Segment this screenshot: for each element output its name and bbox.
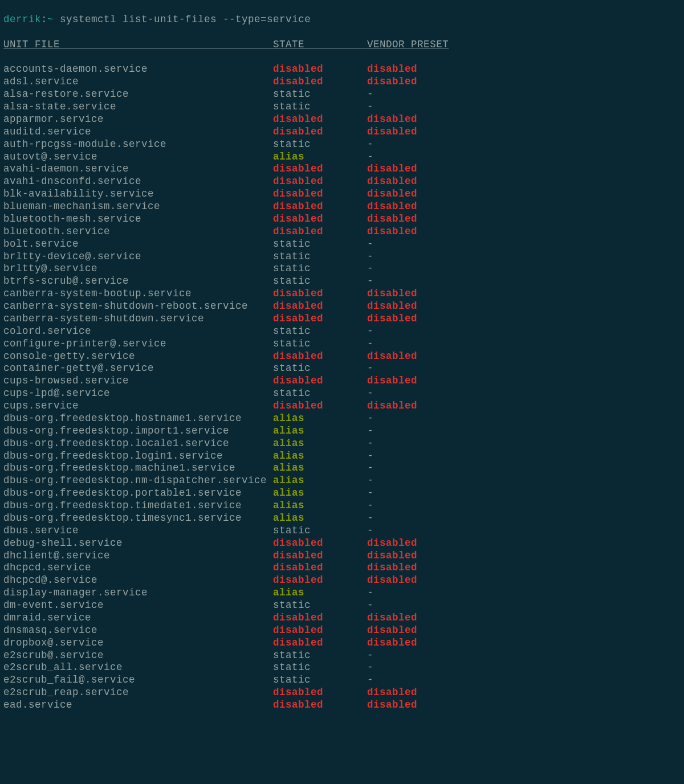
unit-preset: disabled <box>367 226 417 237</box>
unit-file-name: dmraid.service <box>3 612 273 623</box>
unit-preset: disabled <box>367 400 417 411</box>
unit-file-name: dbus-org.freedesktop.locale1.service <box>3 438 273 449</box>
service-row: container-getty@.service static - <box>3 362 681 375</box>
unit-preset: disabled <box>367 201 417 212</box>
unit-preset: - <box>367 475 373 486</box>
unit-file-name: dm-event.service <box>3 599 273 611</box>
service-row: auth-rpcgss-module.service static - <box>3 138 681 151</box>
unit-preset: - <box>367 587 373 598</box>
unit-preset: - <box>367 263 373 274</box>
unit-file-name: dbus-org.freedesktop.hostname1.service <box>3 413 273 424</box>
unit-file-name: dbus-org.freedesktop.timesync1.service <box>3 512 273 524</box>
service-list: accounts-daemon.service disabled disable… <box>3 63 681 712</box>
unit-preset: disabled <box>367 126 417 137</box>
service-row: e2scrub_fail@.service static - <box>3 674 681 687</box>
unit-state: disabled <box>273 201 323 212</box>
unit-preset: disabled <box>367 550 417 561</box>
unit-file-name: e2scrub_all.service <box>3 662 273 673</box>
unit-file-name: e2scrub_fail@.service <box>3 674 273 685</box>
unit-preset: disabled <box>367 637 417 648</box>
unit-preset: - <box>367 101 373 112</box>
unit-file-name: dbus-org.freedesktop.machine1.service <box>3 462 273 473</box>
unit-preset: disabled <box>367 63 417 75</box>
unit-state: disabled <box>273 213 323 224</box>
unit-state: disabled <box>273 699 323 710</box>
service-row: dhclient@.service disabled disabled <box>3 550 681 562</box>
unit-state: static <box>273 662 311 673</box>
unit-state: static <box>273 101 311 112</box>
unit-state: static <box>273 387 311 399</box>
service-row: dm-event.service static - <box>3 599 681 612</box>
unit-state: static <box>273 599 311 611</box>
service-row: accounts-daemon.service disabled disable… <box>3 63 681 76</box>
unit-preset: - <box>367 238 373 250</box>
unit-state: disabled <box>273 612 323 623</box>
service-row: alsa-restore.service static - <box>3 88 681 101</box>
unit-preset: disabled <box>367 537 417 549</box>
unit-preset: disabled <box>367 188 417 199</box>
service-row: canberra-system-bootup.service disabled … <box>3 288 681 300</box>
service-row: bluetooth-mesh.service disabled disabled <box>3 213 681 226</box>
service-row: brltty-device@.service static - <box>3 251 681 263</box>
unit-state: static <box>273 325 311 337</box>
service-row: e2scrub_all.service static - <box>3 662 681 674</box>
prompt-path: ~ <box>47 14 54 25</box>
unit-file-name: apparmor.service <box>3 113 273 125</box>
unit-state: disabled <box>273 624 323 636</box>
unit-state: alias <box>273 413 304 424</box>
service-row: blk-availability.service disabled disabl… <box>3 188 681 201</box>
header-row: UNIT FILE STATE VENDOR PRESET <box>3 39 681 51</box>
unit-file-name: avahi-dnsconfd.service <box>3 175 273 187</box>
unit-state: disabled <box>273 687 323 698</box>
unit-preset: - <box>367 487 373 499</box>
unit-preset: disabled <box>367 213 417 224</box>
unit-preset: - <box>367 151 373 162</box>
unit-preset: - <box>367 599 373 611</box>
unit-file-name: cups-browsed.service <box>3 375 273 386</box>
unit-preset: - <box>367 450 373 462</box>
unit-preset: disabled <box>367 113 417 125</box>
service-row: canberra-system-shutdown.service disable… <box>3 313 681 325</box>
unit-preset: - <box>367 338 373 349</box>
unit-preset: disabled <box>367 163 417 174</box>
unit-file-name: btrfs-scrub@.service <box>3 275 273 287</box>
unit-state: static <box>273 275 311 287</box>
service-row: canberra-system-shutdown-reboot.service … <box>3 300 681 313</box>
unit-state: static <box>273 238 311 250</box>
unit-preset: - <box>367 387 373 399</box>
service-row: dbus-org.freedesktop.timesync1.service a… <box>3 512 681 525</box>
unit-state: static <box>273 674 311 685</box>
unit-state: alias <box>273 425 304 436</box>
service-row: dhcpcd.service disabled disabled <box>3 562 681 574</box>
unit-file-name: dbus.service <box>3 525 273 536</box>
unit-state: disabled <box>273 188 323 199</box>
unit-preset: disabled <box>367 612 417 623</box>
unit-state: alias <box>273 151 304 162</box>
terminal-output[interactable]: derrik:~ systemctl list-unit-files --typ… <box>0 0 684 725</box>
unit-file-name: e2scrub@.service <box>3 650 273 661</box>
service-row: dbus-org.freedesktop.portable1.service a… <box>3 487 681 500</box>
unit-file-name: debug-shell.service <box>3 537 273 549</box>
service-row: dbus-org.freedesktop.login1.service alia… <box>3 450 681 463</box>
unit-state: alias <box>273 450 304 462</box>
unit-state: disabled <box>273 113 323 125</box>
unit-preset: disabled <box>367 375 417 386</box>
service-row: btrfs-scrub@.service static - <box>3 275 681 288</box>
unit-file-name: canberra-system-shutdown-reboot.service <box>3 300 273 312</box>
unit-state: alias <box>273 487 304 499</box>
unit-preset: disabled <box>367 562 417 573</box>
service-row: dbus-org.freedesktop.timedate1.service a… <box>3 500 681 512</box>
header-state: STATE <box>273 39 367 50</box>
prompt-user: derrik <box>3 14 41 25</box>
service-row: blueman-mechanism.service disabled disab… <box>3 201 681 213</box>
service-row: dbus-org.freedesktop.import1.service ali… <box>3 425 681 438</box>
unit-file-name: dhclient@.service <box>3 550 273 561</box>
unit-file-name: auditd.service <box>3 126 273 137</box>
unit-preset: disabled <box>367 687 417 698</box>
header-vendor-preset: VENDOR PRESET <box>367 39 449 50</box>
service-row: debug-shell.service disabled disabled <box>3 537 681 550</box>
unit-preset: - <box>367 462 373 473</box>
unit-file-name: dbus-org.freedesktop.nm-dispatcher.servi… <box>3 475 273 486</box>
service-row: display-manager.service alias - <box>3 587 681 599</box>
unit-preset: disabled <box>367 175 417 187</box>
